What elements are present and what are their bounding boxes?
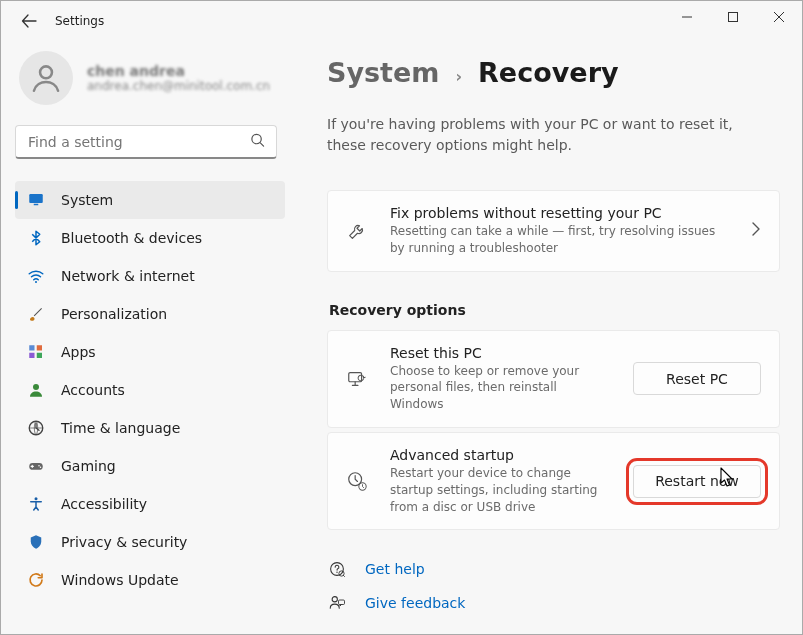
shield-icon [27, 533, 45, 551]
sidebar-item-privacy-security[interactable]: Privacy & security [15, 523, 285, 561]
maximize-button[interactable] [710, 1, 756, 33]
fix-problems-sub: Resetting can take a while — first, try … [390, 223, 729, 257]
help-icon [328, 560, 346, 578]
card-fix-problems[interactable]: Fix problems without resetting your PC R… [327, 190, 780, 272]
person-icon [29, 61, 63, 95]
svg-point-5 [35, 281, 37, 283]
sidebar-item-accounts[interactable]: Accounts [15, 371, 285, 409]
monitor-icon [27, 191, 45, 209]
sidebar-item-label: Accessibility [61, 496, 147, 512]
minimize-icon [682, 12, 692, 22]
reset-pc-title: Reset this PC [390, 345, 611, 361]
sidebar: chen andrea andrea.chen@minitool.com.cn … [1, 41, 291, 634]
svg-rect-23 [339, 600, 345, 605]
svg-rect-3 [29, 194, 43, 203]
sidebar-item-apps[interactable]: Apps [15, 333, 285, 371]
give-feedback-link[interactable]: Give feedback [327, 586, 780, 620]
sidebar-item-label: Network & internet [61, 268, 195, 284]
wifi-icon [27, 267, 45, 285]
sidebar-item-network-internet[interactable]: Network & internet [15, 257, 285, 295]
brush-icon [27, 305, 45, 323]
svg-point-10 [33, 384, 39, 390]
sidebar-item-label: Privacy & security [61, 534, 187, 550]
arrow-left-icon [21, 13, 37, 29]
give-feedback-label: Give feedback [365, 595, 465, 611]
feedback-icon [328, 594, 346, 612]
get-help-label: Get help [365, 561, 425, 577]
clock-globe-icon [27, 419, 45, 437]
svg-rect-7 [37, 345, 42, 350]
startup-icon [346, 470, 368, 492]
nav-list: SystemBluetooth & devicesNetwork & inter… [15, 181, 285, 599]
close-button[interactable] [756, 1, 802, 33]
svg-point-15 [35, 497, 38, 500]
advanced-startup-title: Advanced startup [390, 447, 611, 463]
avatar [19, 51, 73, 105]
sidebar-item-gaming[interactable]: Gaming [15, 447, 285, 485]
search-input[interactable] [15, 125, 277, 159]
svg-point-2 [252, 134, 261, 143]
lead-text: If you're having problems with your PC o… [327, 114, 780, 156]
person-icon [27, 381, 45, 399]
sidebar-item-label: Windows Update [61, 572, 179, 588]
sidebar-item-windows-update[interactable]: Windows Update [15, 561, 285, 599]
profile[interactable]: chen andrea andrea.chen@minitool.com.cn [19, 51, 285, 105]
accessibility-icon [27, 495, 45, 513]
get-help-link[interactable]: Get help [327, 552, 780, 586]
sidebar-item-label: Apps [61, 344, 96, 360]
search-box[interactable] [15, 125, 277, 159]
svg-rect-4 [34, 204, 39, 206]
reset-pc-button[interactable]: Reset PC [633, 362, 761, 395]
svg-rect-8 [29, 353, 34, 358]
gamepad-icon [27, 457, 45, 475]
svg-point-20 [336, 572, 337, 573]
card-reset-pc: Reset this PC Choose to keep or remove y… [327, 330, 780, 428]
reset-pc-sub: Choose to keep or remove your personal f… [390, 363, 611, 413]
chevron-right-icon: › [455, 67, 462, 86]
maximize-icon [728, 12, 738, 22]
reset-icon [346, 368, 368, 390]
chevron-right-icon [751, 221, 761, 240]
sidebar-item-label: Gaming [61, 458, 116, 474]
svg-point-1 [40, 66, 52, 78]
fix-problems-title: Fix problems without resetting your PC [390, 205, 729, 221]
advanced-startup-sub: Restart your device to change startup se… [390, 465, 611, 515]
svg-point-14 [40, 466, 42, 468]
breadcrumb: System › Recovery [327, 57, 780, 88]
sidebar-item-system[interactable]: System [15, 181, 285, 219]
titlebar: Settings [1, 1, 802, 41]
breadcrumb-parent[interactable]: System [327, 57, 439, 88]
minimize-button[interactable] [664, 1, 710, 33]
window-title: Settings [55, 14, 104, 28]
wrench-icon [346, 220, 368, 242]
svg-point-22 [332, 597, 337, 602]
profile-name: chen andrea [87, 63, 270, 79]
update-icon [27, 571, 45, 589]
sidebar-item-label: Time & language [61, 420, 180, 436]
apps-icon [27, 343, 45, 361]
breadcrumb-current: Recovery [478, 57, 618, 88]
recovery-options-heading: Recovery options [329, 302, 780, 318]
svg-point-13 [38, 465, 40, 467]
profile-email: andrea.chen@minitool.com.cn [87, 79, 270, 93]
svg-rect-0 [729, 13, 738, 22]
sidebar-item-label: Bluetooth & devices [61, 230, 202, 246]
search-icon [250, 133, 265, 152]
sidebar-item-bluetooth-devices[interactable]: Bluetooth & devices [15, 219, 285, 257]
back-button[interactable] [15, 7, 43, 35]
svg-rect-6 [29, 345, 34, 350]
sidebar-item-accessibility[interactable]: Accessibility [15, 485, 285, 523]
sidebar-item-personalization[interactable]: Personalization [15, 295, 285, 333]
sidebar-item-label: Accounts [61, 382, 125, 398]
content: System › Recovery If you're having probl… [291, 41, 802, 634]
sidebar-item-time-language[interactable]: Time & language [15, 409, 285, 447]
bluetooth-icon [27, 229, 45, 247]
svg-rect-9 [37, 353, 42, 358]
sidebar-item-label: Personalization [61, 306, 167, 322]
close-icon [774, 12, 784, 22]
card-advanced-startup: Advanced startup Restart your device to … [327, 432, 780, 530]
sidebar-item-label: System [61, 192, 113, 208]
restart-now-button[interactable]: Restart now [633, 465, 761, 498]
